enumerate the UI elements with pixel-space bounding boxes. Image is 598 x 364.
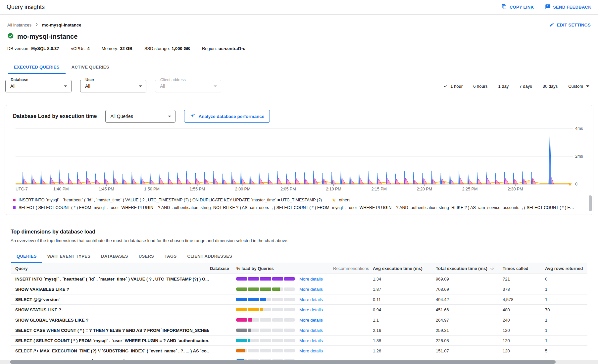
legend-text: INSERT INTO `mysql` . `heartbeat` ( `id`… [19,198,322,202]
more-details-link[interactable]: More details [299,307,323,312]
chevron-down-icon [214,85,217,87]
load-bar-segment [272,277,283,281]
load-bar-segment [272,308,283,311]
legend-square-marker [13,206,16,209]
avg-execution-time-cell: 1.1 [372,318,435,323]
filter-value-client-address: All [160,83,165,89]
edit-settings-label: EDIT SETTINGS [557,23,591,27]
breadcrumb-all-instances[interactable]: All instances [7,23,31,27]
load-bar-segment [284,308,295,311]
send-feedback-button[interactable]: SEND FEEDBACK [545,4,591,10]
avg-rows-returned-cell: 70 [544,307,587,312]
svg-text:2:30 PM: 2:30 PM [508,187,523,191]
meta-value: MySQL 8.0.37 [31,46,59,51]
avg-execution-time-cell: 1.26 [372,348,435,353]
times-called-cell: 4,578 [502,297,544,302]
meta-value: 1,000 GB [172,46,190,51]
filter-selects: DatabaseAllUserAllClient addressAll [5,80,221,92]
legend-item[interactable]: SELECT ( SELECT COUNT ( * ) FROM `mysql`… [13,205,576,210]
load-bar-segment [284,287,295,291]
load-bar-segment [284,329,295,332]
dim-tab-wait-event-types[interactable]: WAIT EVENT TYPES [42,250,96,263]
copy-link-button[interactable]: COPY LINK [502,4,534,10]
load-bar-segment [236,287,247,291]
chevron-down-icon [168,116,171,117]
legend-row-2: SELECT ( SELECT COUNT ( * ) FROM `mysql`… [13,204,576,211]
load-cell: More details [236,287,332,292]
meta-label: SSD storage: [144,46,170,51]
query-cell: SHOW GLOBAL VARIABLES LIKE ? [11,318,209,323]
more-details-link[interactable]: More details [299,348,323,353]
section-title: Top dimensions by database load [11,229,587,235]
database-load-chart[interactable]: 1:40 PM1:45 PM1:50 PM1:55 PM2:00 PM2:05 … [13,123,591,194]
edit-settings-button[interactable]: EDIT SETTINGS [549,22,591,28]
load-cell: More details [236,297,332,302]
instance-name: mo-mysql-instance [17,33,77,40]
breadcrumb-row: All instances mo-mysql-instance EDIT SET… [0,22,598,28]
svg-text:2:20 PM: 2:20 PM [417,187,432,191]
more-details-link[interactable]: More details [299,328,323,333]
load-bar-segment [248,308,259,311]
load-bar-segment [260,308,271,311]
column-header-recommendations: Recommendations [332,266,372,271]
load-bar-segment [260,287,271,291]
column-header-total-execution-time-ms[interactable]: Total execution time (ms) [435,266,502,271]
legend-item[interactable]: INSERT INTO `mysql` . `heartbeat` ( `id`… [13,198,322,202]
svg-text:0: 0 [575,182,577,186]
time-range-7-days[interactable]: 7 days [519,84,532,89]
total-execution-time-cell: 226.08 [435,338,502,343]
more-details-link[interactable]: More details [299,318,323,323]
filter-database[interactable]: DatabaseAll [5,80,72,92]
dim-tab-tags[interactable]: TAGS [159,250,182,263]
horizontal-scrollbar-thumb[interactable] [10,360,556,364]
tab-executed-queries[interactable]: EXECUTED QUERIES [8,60,66,74]
load-bar [236,339,295,342]
more-details-link[interactable]: More details [299,287,323,292]
more-details-link[interactable]: More details [299,277,323,282]
avg-execution-time-cell: 1.88 [372,338,435,343]
tab-active-queries[interactable]: ACTIVE QUERIES [66,60,115,74]
avg-rows-returned-cell: 5 [544,348,587,353]
avg-rows-returned-cell: 1 [544,318,587,323]
time-range-30-days[interactable]: 30 days [543,84,558,89]
legend-vertical-scrollbar[interactable] [589,195,592,211]
dim-tab-databases[interactable]: DATABASES [96,250,133,263]
load-bar-segment [272,349,283,352]
pencil-icon [549,22,554,28]
load-bar [236,277,295,281]
chart-header: Database Load by execution time All Quer… [13,110,585,123]
meta-value: 4 [87,46,90,51]
total-execution-time-cell: 264.97 [435,318,502,323]
svg-text:1:40 PM: 1:40 PM [53,187,69,191]
meta-region: Region:us-central1-c [202,46,245,51]
column-header-load-by-queries: % load by Queries [236,266,332,271]
dim-tab-users[interactable]: USERS [133,250,159,263]
column-header-avg-execution-time-ms: Avg execution time (ms) [372,266,435,271]
time-range-1-hour[interactable]: 1 hour [443,83,463,89]
time-range-1-day[interactable]: 1 day [498,84,509,89]
load-bar [236,329,295,332]
time-range-label: Custom [568,84,583,89]
filter-user[interactable]: UserAll [80,80,146,92]
dim-tab-queries[interactable]: QUERIES [11,250,42,263]
more-details-link[interactable]: More details [299,338,323,343]
load-cell: More details [236,328,332,333]
column-header-label: Avg execution time (ms) [373,266,423,271]
analyze-database-performance-button[interactable]: Analyze database performance [184,110,270,123]
meta-memory: Memory:32 GB [102,46,132,51]
legend-item[interactable]: ★others [332,198,350,202]
column-header-label: Database [210,266,229,271]
query-dimension-select[interactable]: All Queries [105,110,175,123]
load-cell: More details [236,307,332,312]
sort-descending-icon [487,266,494,271]
more-details-link[interactable]: More details [299,297,323,302]
load-bar-segment [236,308,247,311]
load-bar [236,287,295,291]
time-range-custom[interactable]: Custom [568,84,589,89]
time-range-6-hours[interactable]: 6 hours [473,84,487,89]
instance-meta: DB version:MySQL 8.0.37vCPUs:4Memory:32 … [0,46,598,51]
column-header-label: Total execution time (ms) [436,266,487,271]
app-bar-actions: COPY LINK SEND FEEDBACK [502,4,591,10]
dim-tab-client-addresses[interactable]: CLIENT ADDRESSES [182,250,237,263]
avg-rows-returned-cell: 1 [544,287,587,292]
